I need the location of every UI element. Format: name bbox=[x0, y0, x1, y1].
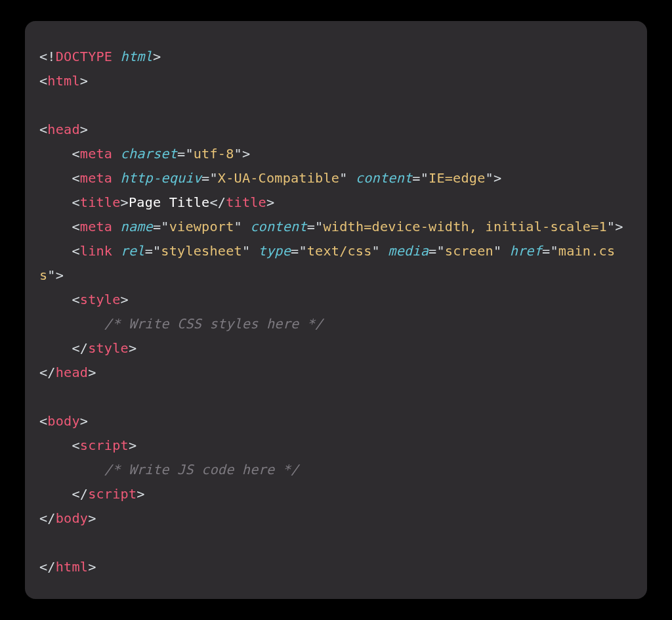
tag-head: head bbox=[47, 122, 79, 137]
punct: > bbox=[80, 413, 88, 429]
punct: = bbox=[429, 243, 436, 259]
attr-rel: rel bbox=[121, 243, 145, 259]
punct: " bbox=[185, 146, 193, 162]
indent bbox=[39, 340, 72, 356]
tag-head-close: head bbox=[56, 365, 88, 380]
tag-script-close: script bbox=[88, 486, 136, 502]
punct: " bbox=[607, 219, 615, 234]
punct: = bbox=[412, 170, 420, 186]
punct: " bbox=[421, 170, 429, 186]
punct: = bbox=[153, 219, 161, 234]
tag-style-close: style bbox=[88, 340, 129, 356]
val-viewport: viewport bbox=[169, 219, 234, 234]
indent bbox=[39, 194, 72, 210]
punct: " bbox=[161, 219, 169, 234]
val-textcss: text/css bbox=[307, 243, 372, 259]
punct: > bbox=[88, 559, 96, 575]
attr-type: type bbox=[259, 243, 291, 259]
tag-body-close: body bbox=[56, 510, 88, 526]
punct: " bbox=[234, 146, 242, 162]
punct: " bbox=[494, 243, 501, 259]
punct: " bbox=[153, 243, 161, 259]
punct: > bbox=[136, 486, 144, 502]
attr-http-equiv: http-equiv bbox=[121, 170, 202, 186]
punct: < bbox=[39, 49, 47, 64]
val-stylesheet: stylesheet bbox=[161, 243, 242, 259]
indent bbox=[39, 170, 72, 186]
doctype-keyword: DOCTYPE bbox=[56, 49, 112, 64]
doctype-value: html bbox=[121, 49, 153, 64]
punct: < bbox=[72, 146, 79, 162]
punct: < bbox=[72, 340, 79, 356]
tag-script: script bbox=[80, 437, 129, 453]
tag-style: style bbox=[80, 292, 121, 307]
attr-charset: charset bbox=[121, 146, 177, 162]
val-ieedge: IE=edge bbox=[429, 170, 485, 186]
punct: < bbox=[72, 219, 79, 234]
punct: = bbox=[307, 219, 315, 234]
punct: " bbox=[550, 243, 558, 259]
indent bbox=[39, 437, 72, 453]
punct: < bbox=[39, 73, 47, 89]
indent bbox=[39, 243, 72, 259]
code-editor[interactable]: <!DOCTYPE html> <html> <head> <meta char… bbox=[25, 21, 647, 599]
tag-html-close: html bbox=[56, 559, 88, 575]
indent bbox=[39, 462, 104, 477]
punct: / bbox=[218, 194, 226, 210]
punct: / bbox=[47, 510, 55, 526]
punct: " bbox=[486, 170, 494, 186]
punct: < bbox=[39, 413, 47, 429]
punct: " bbox=[234, 219, 242, 234]
punct: > bbox=[615, 219, 623, 234]
indent bbox=[39, 486, 72, 502]
val-xua: X-UA-Compatible bbox=[218, 170, 339, 186]
val-viewport-content: width=device-width, initial-scale=1 bbox=[323, 219, 606, 234]
val-screen: screen bbox=[445, 243, 494, 259]
punct: " bbox=[315, 219, 323, 234]
attr-media: media bbox=[388, 243, 429, 259]
punct: / bbox=[80, 340, 88, 356]
punct: ! bbox=[47, 49, 55, 64]
indent bbox=[39, 219, 72, 234]
punct: > bbox=[153, 49, 161, 64]
punct: < bbox=[209, 194, 217, 210]
punct: " bbox=[242, 243, 250, 259]
punct: < bbox=[72, 437, 79, 453]
punct: > bbox=[88, 510, 96, 526]
punct: = bbox=[201, 170, 209, 186]
punct: > bbox=[129, 340, 136, 356]
punct: > bbox=[494, 170, 501, 186]
punct: < bbox=[72, 243, 79, 259]
tag-title: title bbox=[80, 194, 121, 210]
punct: = bbox=[542, 243, 550, 259]
punct: = bbox=[177, 146, 185, 162]
attr-content: content bbox=[356, 170, 412, 186]
punct: > bbox=[121, 292, 129, 307]
code-content: <!DOCTYPE html> <html> <head> <meta char… bbox=[39, 45, 633, 579]
punct: " bbox=[47, 267, 55, 283]
punct: > bbox=[266, 194, 274, 210]
tag-meta: meta bbox=[80, 170, 112, 186]
punct: = bbox=[145, 243, 153, 259]
tag-html: html bbox=[47, 73, 79, 89]
tag-meta: meta bbox=[80, 219, 112, 234]
punct: " bbox=[436, 243, 444, 259]
punct: < bbox=[72, 486, 79, 502]
punct: " bbox=[299, 243, 306, 259]
punct: = bbox=[291, 243, 299, 259]
attr-href: href bbox=[510, 243, 542, 259]
comment-js: /* Write JS code here */ bbox=[104, 462, 299, 477]
tag-body: body bbox=[47, 413, 79, 429]
punct: > bbox=[80, 122, 88, 137]
punct: < bbox=[72, 170, 79, 186]
punct: > bbox=[88, 365, 96, 380]
indent bbox=[39, 292, 72, 307]
attr-content: content bbox=[250, 219, 306, 234]
punct: " bbox=[339, 170, 347, 186]
indent bbox=[39, 316, 104, 332]
punct: < bbox=[39, 510, 47, 526]
comment-css: /* Write CSS styles here */ bbox=[104, 316, 324, 332]
punct: < bbox=[72, 194, 79, 210]
punct: > bbox=[129, 437, 136, 453]
punct: < bbox=[39, 365, 47, 380]
